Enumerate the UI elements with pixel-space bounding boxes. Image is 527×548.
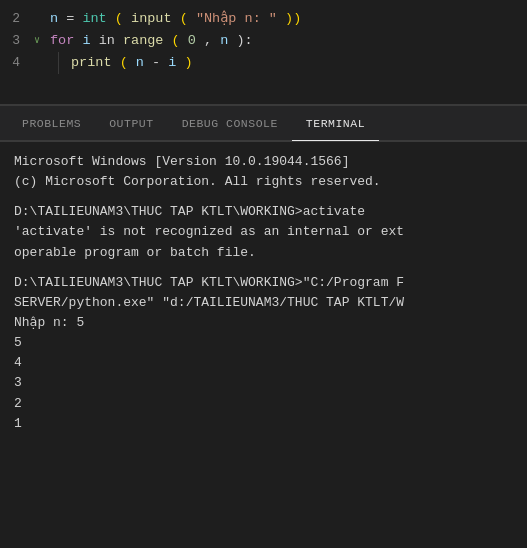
code-tokens-3: for i in range ( 0 , n ):: [50, 30, 253, 52]
line-number-3: 3: [0, 30, 34, 52]
code-editor: 2 n = int ( input ( "Nhập n: " )) 3 ∨ fo…: [0, 0, 527, 105]
code-line-3: 3 ∨ for i in range ( 0 , n ):: [0, 30, 527, 52]
tab-terminal[interactable]: TERMINAL: [292, 106, 379, 141]
terminal-line-3: D:\TAILIEUNAM3\THUC TAP KTLT\WORKING>act…: [14, 202, 513, 222]
terminal-line-13: 1: [14, 414, 513, 434]
line-number-4: 4: [0, 52, 34, 74]
terminal-line-12: 2: [14, 394, 513, 414]
line-arrow-4: [34, 52, 50, 74]
terminal-line-9: 5: [14, 333, 513, 353]
code-tokens-2: n = int ( input ( "Nhập n: " )): [50, 8, 301, 30]
tab-output[interactable]: OUTPUT: [95, 106, 167, 141]
terminal-blank-1: [14, 192, 513, 202]
terminal-line-2: (c) Microsoft Corporation. All rights re…: [14, 172, 513, 192]
indent-bar-container: [50, 52, 59, 74]
code-tokens-4: print ( n - i ): [59, 52, 193, 74]
terminal-line-5: operable program or batch file.: [14, 243, 513, 263]
terminal-area[interactable]: Microsoft Windows [Version 10.0.19044.15…: [0, 142, 527, 548]
line-arrow-3: ∨: [34, 30, 50, 52]
code-line-2: 2 n = int ( input ( "Nhập n: " )): [0, 8, 527, 30]
line-number-2: 2: [0, 8, 34, 30]
terminal-line-10: 4: [14, 353, 513, 373]
terminal-line-8: Nhập n: 5: [14, 313, 513, 333]
terminal-line-4: 'activate' is not recognized as an inter…: [14, 222, 513, 242]
line-arrow-2: [34, 8, 50, 30]
code-line-4: 4 print ( n - i ): [0, 52, 527, 74]
terminal-blank-2: [14, 263, 513, 273]
terminal-line-7: SERVER/python.exe" "d:/TAILIEUNAM3/THUC …: [14, 293, 513, 313]
terminal-line-1: Microsoft Windows [Version 10.0.19044.15…: [14, 152, 513, 172]
terminal-line-11: 3: [14, 373, 513, 393]
tab-problems[interactable]: PROBLEMS: [8, 106, 95, 141]
tab-debug-console[interactable]: DEBUG CONSOLE: [168, 106, 292, 141]
panel-tabs: PROBLEMS OUTPUT DEBUG CONSOLE TERMINAL: [0, 106, 527, 141]
terminal-line-6: D:\TAILIEUNAM3\THUC TAP KTLT\WORKING>"C:…: [14, 273, 513, 293]
